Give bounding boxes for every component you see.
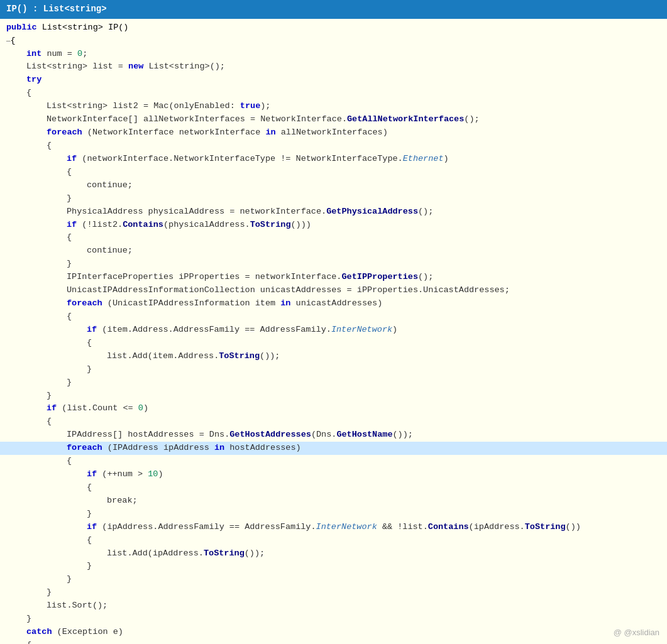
code-line-25: list.Add(item.Address.ToString()); [0,350,667,363]
code-line-42: } [0,573,667,586]
code-line-13: } [0,192,667,205]
code-line-33: { [0,455,667,468]
code-line-19: IPInterfaceProperties iPProperties = net… [0,271,667,284]
code-line-40: list.Add(ipAddress.ToString()); [0,547,667,560]
code-line-45: } [0,613,667,626]
code-line-12: continue; [0,179,667,192]
code-line-28: } [0,390,667,403]
code-line-22: { [0,310,667,324]
code-line-2: int num = 0; [0,48,667,61]
code-line-14: PhysicalAddress physicalAddress = networ… [0,205,667,219]
code-line-4: try [0,74,667,87]
code-line-46: catch (Exception e) [0,626,667,639]
code-line-8: foreach (NetworkInterface networkInterfa… [0,126,667,139]
code-line-23: if (item.Address.AddressFamily == Addres… [0,324,667,337]
code-line-21: foreach (UnicastIPAddressInformation ite… [0,297,667,310]
code-header-line: public List<string> IP() [0,21,667,35]
code-line-27: } [0,376,667,390]
code-line-6: List<string> list2 = Mac(onlyEnabled: tr… [0,100,667,113]
watermark: @ @xslidian [614,626,659,639]
code-line-20: UnicastIPAddressInformationCollection un… [0,284,667,297]
code-line-24: { [0,337,667,350]
code-line-3: List<string> list = new List<string>(); [0,60,667,74]
code-line-31: IPAddress[] hostAddresses = Dns.GetHostA… [0,428,667,442]
code-line-32: foreach (IPAddress ipAddress in hostAddr… [0,442,667,455]
code-line-37: } [0,508,667,521]
code-line-10: if (networkInterface.NetworkInterfaceTyp… [0,153,667,166]
code-line-47: { [0,639,667,644]
code-line-41: } [0,560,667,573]
code-line-39: { [0,534,667,547]
code-line-26: } [0,363,667,376]
code-line-17: continue; [0,244,667,258]
code-line-30: { [0,415,667,428]
code-line-29: if (list.Count <= 0) [0,402,667,415]
code-line-18: } [0,258,667,271]
code-line-9: { [0,139,667,153]
code-line-36: break; [0,494,667,508]
code-container: public List<string> IP()—{int num = 0;Li… [0,19,667,644]
code-line-11: { [0,166,667,179]
code-line-16: { [0,231,667,244]
title-bar: IP() : List<string> [0,0,667,19]
code-line-7: NetworkInterface[] allNetworkInterfaces … [0,113,667,126]
code-line-38: if (ipAddress.AddressFamily == AddressFa… [0,521,667,534]
code-line-35: { [0,481,667,494]
collapse-icon[interactable]: — [6,37,11,45]
code-line-34: if (++num > 10) [0,468,667,481]
code-line-44: list.Sort(); [0,599,667,613]
code-brace-open: —{ [0,35,667,48]
code-line-5: { [0,87,667,100]
title-text: IP() : List<string> [6,3,107,16]
code-line-43: } [0,586,667,599]
code-line-15: if (!list2.Contains(physicalAddress.ToSt… [0,219,667,232]
